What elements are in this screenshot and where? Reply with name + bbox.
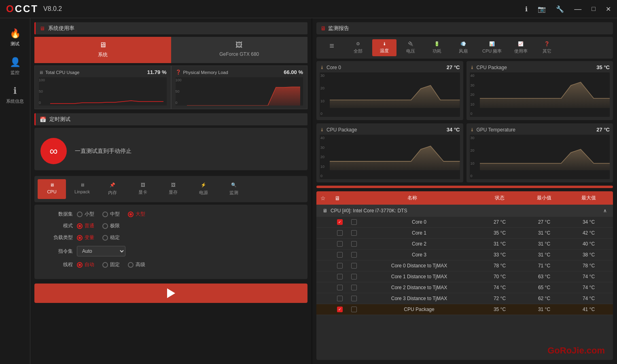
checkbox-core0[interactable] (337, 219, 343, 225)
thread-auto-radio[interactable] (77, 262, 83, 268)
tab-gpu-stress[interactable]: 🖼 显卡 (129, 179, 157, 199)
tab-memory[interactable]: 📌 内存 (98, 179, 127, 199)
row-status: 72 °C (479, 296, 520, 301)
mode-extreme-option[interactable]: 极限 (102, 222, 120, 229)
dataset-medium-option[interactable]: 中型 (102, 211, 120, 218)
load-stable-label: 稳定 (110, 234, 120, 241)
tab-menu[interactable]: ≡ (320, 39, 344, 56)
tab-usage[interactable]: 📈 使用率 (509, 39, 533, 56)
row-checkbox[interactable] (335, 241, 345, 247)
row-checkbox[interactable] (335, 274, 345, 279)
thread-advanced-radio[interactable] (128, 262, 134, 268)
screen-checkbox-c3dist[interactable] (351, 296, 357, 301)
app-logo: OCCT (6, 3, 38, 15)
load-variable-option[interactable]: 变量 (77, 234, 94, 241)
thread-advanced-option[interactable]: 高级 (128, 261, 145, 268)
row-max: 40 °C (568, 241, 609, 247)
dataset-small-option[interactable]: 小型 (77, 211, 94, 218)
tab-system[interactable]: 🖥 系统 (34, 37, 171, 63)
tab-fan[interactable]: 💨 风扇 (451, 39, 475, 56)
camera-icon[interactable]: 📷 (538, 5, 546, 13)
tab-all[interactable]: ⚙ 全部 (346, 39, 370, 56)
play-button-container[interactable] (34, 284, 307, 303)
row-checkbox[interactable] (335, 263, 345, 269)
sidebar: 🔥 测试 👤 监控 ℹ 系统信息 (0, 18, 30, 364)
tab-linpack[interactable]: 🖥 Linpack (68, 179, 96, 199)
screen-checkbox-core3[interactable] (351, 252, 357, 258)
screen-checkbox-c2dist[interactable] (351, 285, 357, 290)
dataset-large-option[interactable]: 大型 (128, 211, 145, 218)
checkbox-cpupkg[interactable] (337, 307, 343, 312)
watermark: GoRoJie.com (547, 345, 605, 356)
load-variable-radio[interactable] (77, 235, 83, 241)
tab-temp[interactable]: 🌡 温度 (372, 39, 396, 56)
row-checkbox[interactable] (335, 296, 345, 301)
mode-extreme-radio[interactable] (102, 223, 108, 229)
row-status: 33 °C (479, 252, 520, 258)
info-icon[interactable]: ℹ (525, 5, 528, 13)
checkbox-core2[interactable] (337, 241, 343, 247)
thread-fixed-radio[interactable] (102, 262, 108, 268)
sidebar-item-sysinfo[interactable]: ℹ 系统信息 (1, 82, 29, 108)
tab-power[interactable]: ⚡ 电源 (189, 179, 218, 199)
tab-gpu[interactable]: 🖼 GeForce GTX 680 (171, 37, 308, 63)
mode-normal-option[interactable]: 普通 (77, 222, 94, 229)
checkbox-c1dist[interactable] (337, 274, 343, 279)
screen-checkbox-core2[interactable] (351, 241, 357, 247)
main-layout: 🔥 测试 👤 监控 ℹ 系统信息 🖥 系统使用率 🖥 系统 (0, 18, 617, 364)
tab-cpufreq[interactable]: 📊 CPU 频率 (477, 39, 507, 56)
col-min-header: 最小值 (524, 195, 564, 201)
other-icon: ❓ (544, 41, 550, 47)
tab-cpu[interactable]: 🖥 CPU (38, 179, 66, 199)
scheduled-title: 定时测试 (49, 116, 70, 123)
screen-checkbox-c1dist[interactable] (351, 274, 357, 279)
thread-fixed-option[interactable]: 固定 (102, 261, 120, 268)
sidebar-item-monitor[interactable]: 👤 监控 (1, 53, 29, 80)
instruction-select[interactable]: Auto (77, 246, 125, 256)
tab-power2[interactable]: 🔋 功耗 (425, 39, 449, 56)
tab-other[interactable]: ❓ 其它 (535, 39, 559, 56)
row-checkbox-checked[interactable] (335, 219, 345, 225)
load-stable-option[interactable]: 稳定 (102, 234, 120, 241)
other-label: 其它 (543, 48, 551, 54)
checkbox-c0dist[interactable] (337, 263, 343, 269)
system-tab-icon: 🖥 (99, 41, 106, 49)
memory-icon: ❓ (176, 70, 181, 75)
checkbox-core1[interactable] (337, 230, 343, 236)
screen-checkbox-core1[interactable] (351, 230, 357, 236)
load-stable-radio[interactable] (102, 235, 108, 241)
tab-voltage[interactable]: 🔌 电压 (399, 39, 423, 56)
row-checkbox[interactable] (335, 230, 345, 236)
settings-icon[interactable]: 🔧 (556, 5, 564, 13)
checkbox-c2dist[interactable] (337, 285, 343, 290)
gpu-stress-label: 显卡 (138, 189, 147, 195)
row-checkbox[interactable] (335, 307, 345, 312)
mode-normal-radio[interactable] (77, 223, 83, 229)
screen-checkbox-core0[interactable] (351, 219, 357, 225)
maximize-btn[interactable]: □ (592, 5, 596, 13)
checkbox-core3[interactable] (337, 252, 343, 258)
infinity-button[interactable]: ∞ (40, 138, 67, 164)
dataset-label: 数据集 (40, 211, 73, 218)
tab-monitor2[interactable]: 🔍 监测 (220, 179, 248, 199)
dataset-small-radio[interactable] (77, 212, 83, 217)
close-btn[interactable]: ✕ (606, 5, 611, 13)
screen-checkbox-cpupkg[interactable] (351, 307, 357, 312)
vram-icon: 🖼 (171, 182, 176, 187)
row-max: 78 °C (568, 263, 609, 269)
row-checkbox[interactable] (335, 252, 345, 258)
row-checkbox[interactable] (335, 285, 345, 290)
dataset-medium-radio[interactable] (102, 212, 108, 217)
tab-vram[interactable]: 🖼 显存 (159, 179, 187, 199)
chart-cpu-package-bottom-value: 34 °C (447, 127, 460, 133)
thread-auto-option[interactable]: 自动 (77, 261, 94, 268)
checkbox-c3dist[interactable] (337, 296, 343, 301)
row-status: 70 °C (479, 274, 520, 279)
chart-scrollbar[interactable] (316, 186, 613, 188)
collapse-icon[interactable]: ∧ (603, 208, 607, 214)
power-label: 电源 (199, 190, 208, 196)
sidebar-item-test[interactable]: 🔥 测试 (1, 24, 29, 51)
dataset-large-radio[interactable] (128, 212, 134, 217)
minimize-btn[interactable]: — (574, 5, 581, 13)
screen-checkbox-c0dist[interactable] (351, 263, 357, 269)
